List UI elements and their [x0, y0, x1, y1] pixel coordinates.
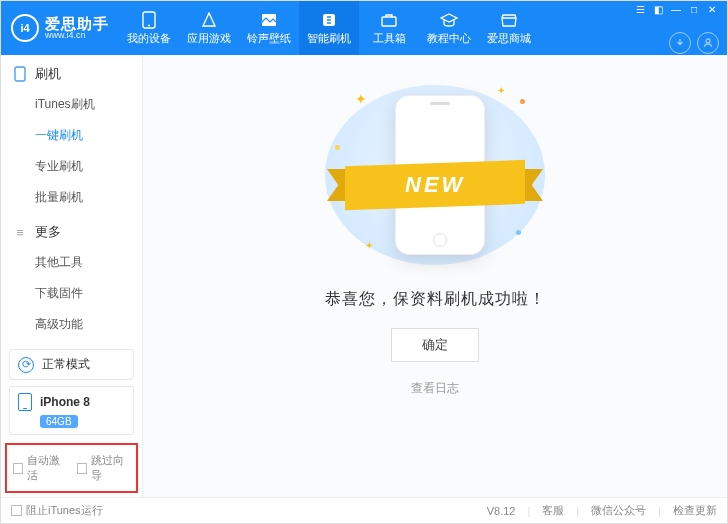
mode-label: 正常模式 — [42, 356, 90, 373]
phone-outline-icon — [13, 67, 27, 81]
device-name: iPhone 8 — [40, 395, 90, 409]
toolbox-icon — [379, 11, 399, 29]
main-content: ✦ ✦ ✦ NEW 恭喜您，保资料刷机成功啦！ 确定 查看日志 — [143, 55, 727, 497]
list-icon: ≡ — [13, 225, 27, 239]
user-icon[interactable] — [697, 32, 719, 54]
device-card[interactable]: iPhone 8 64GB — [9, 386, 134, 435]
sidebar-title: 刷机 — [35, 65, 61, 83]
footer: 阻止iTunes运行 V8.12 | 客服 | 微信公众号 | 检查更新 — [1, 497, 727, 523]
close-icon[interactable]: ✕ — [705, 2, 719, 16]
logo-icon: i4 — [11, 14, 39, 42]
tab-apps[interactable]: 应用游戏 — [179, 1, 239, 55]
storage-badge: 64GB — [40, 415, 78, 428]
sidebar-item-batch-flash[interactable]: 批量刷机 — [35, 182, 142, 213]
sparkle-icon: ✦ — [365, 240, 373, 251]
tab-label: 智能刷机 — [307, 31, 351, 46]
checkbox-block-itunes[interactable]: 阻止iTunes运行 — [11, 503, 103, 518]
checkbox-label: 阻止iTunes运行 — [26, 503, 103, 518]
flash-icon — [319, 11, 339, 29]
brand-url: www.i4.cn — [45, 31, 109, 40]
download-icon[interactable] — [669, 32, 691, 54]
tab-my-device[interactable]: 我的设备 — [119, 1, 179, 55]
ok-button[interactable]: 确定 — [391, 328, 479, 362]
skin-icon[interactable]: ◧ — [651, 2, 665, 16]
tab-label: 我的设备 — [127, 31, 171, 46]
tab-label: 铃声壁纸 — [247, 31, 291, 46]
tab-ringtone[interactable]: 铃声壁纸 — [239, 1, 299, 55]
maximize-icon[interactable]: □ — [687, 2, 701, 16]
support-link[interactable]: 客服 — [542, 503, 564, 518]
sidebar-item-onekey-flash[interactable]: 一键刷机 — [35, 120, 142, 151]
sparkle-icon: ✦ — [355, 91, 367, 107]
tab-label: 教程中心 — [427, 31, 471, 46]
checkbox-label: 跳过向导 — [91, 453, 130, 483]
logo: i4 爱思助手 www.i4.cn — [11, 14, 109, 42]
top-tabs: 我的设备 应用游戏 铃声壁纸 智能刷机 工具箱 教程中心 — [119, 1, 539, 55]
phone-icon — [139, 11, 159, 29]
sidebar-title: 更多 — [35, 223, 61, 241]
device-icon — [18, 393, 32, 411]
apps-icon — [199, 11, 219, 29]
sidebar-section-flash: 刷机 — [1, 55, 142, 89]
tab-store[interactable]: 爱思商城 — [479, 1, 539, 55]
tab-flash[interactable]: 智能刷机 — [299, 1, 359, 55]
refresh-icon: ⟳ — [18, 357, 34, 373]
update-link[interactable]: 检查更新 — [673, 503, 717, 518]
sidebar-item-pro-flash[interactable]: 专业刷机 — [35, 151, 142, 182]
checkbox-auto-activate[interactable]: 自动激活 — [13, 453, 67, 483]
checkbox-label: 自动激活 — [27, 453, 66, 483]
view-log-link[interactable]: 查看日志 — [411, 380, 459, 397]
brand-name: 爱思助手 — [45, 16, 109, 31]
window-controls: ☰ ◧ — □ ✕ — [633, 2, 719, 16]
mode-selector[interactable]: ⟳ 正常模式 — [9, 349, 134, 380]
menu-icon[interactable]: ☰ — [633, 2, 647, 16]
sidebar-section-more: ≡ 更多 — [1, 213, 142, 247]
sparkle-icon: ✦ — [497, 85, 505, 96]
checkbox-icon — [11, 505, 22, 516]
checkbox-icon — [77, 463, 87, 474]
tab-label: 应用游戏 — [187, 31, 231, 46]
sidebar-item-download-firmware[interactable]: 下载固件 — [35, 278, 142, 309]
tab-tutorial[interactable]: 教程中心 — [419, 1, 479, 55]
success-illustration: ✦ ✦ ✦ NEW — [325, 85, 545, 265]
ribbon-text: NEW — [405, 172, 465, 198]
header: i4 爱思助手 www.i4.cn 我的设备 应用游戏 铃声壁纸 智能刷机 — [1, 1, 727, 55]
wechat-link[interactable]: 微信公众号 — [591, 503, 646, 518]
svg-point-1 — [148, 24, 150, 26]
bottom-options-highlight: 自动激活 跳过向导 — [5, 443, 138, 493]
svg-point-5 — [706, 39, 710, 43]
version-label: V8.12 — [487, 505, 516, 517]
success-message: 恭喜您，保资料刷机成功啦！ — [325, 289, 546, 310]
sidebar-item-other-tools[interactable]: 其他工具 — [35, 247, 142, 278]
graduation-icon — [439, 11, 459, 29]
minimize-icon[interactable]: — — [669, 2, 683, 16]
wallpaper-icon — [259, 11, 279, 29]
tab-label: 爱思商城 — [487, 31, 531, 46]
tab-toolbox[interactable]: 工具箱 — [359, 1, 419, 55]
new-ribbon: NEW — [325, 163, 545, 207]
svg-rect-6 — [15, 67, 25, 81]
sidebar: 刷机 iTunes刷机 一键刷机 专业刷机 批量刷机 ≡ 更多 其他工具 下载固… — [1, 55, 143, 497]
checkbox-icon — [13, 463, 23, 474]
tab-label: 工具箱 — [373, 31, 406, 46]
sidebar-item-advanced[interactable]: 高级功能 — [35, 309, 142, 340]
store-icon — [499, 11, 519, 29]
checkbox-skip-wizard[interactable]: 跳过向导 — [77, 453, 131, 483]
svg-rect-4 — [382, 17, 396, 26]
sidebar-item-itunes-flash[interactable]: iTunes刷机 — [35, 89, 142, 120]
